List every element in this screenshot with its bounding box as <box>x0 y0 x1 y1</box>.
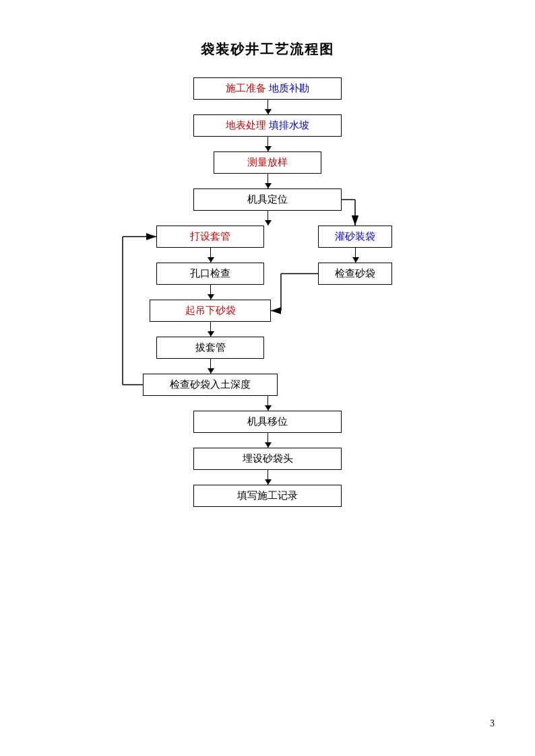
arrow7 <box>210 322 211 337</box>
arrow9 <box>268 396 268 411</box>
arrow10 <box>268 433 268 448</box>
arrow5l <box>210 248 211 263</box>
step10-box: 机具移位 <box>193 411 342 433</box>
branch-row: 打设套管 孔口检查 起吊下砂袋 拔套管 <box>54 226 481 396</box>
arrow4 <box>268 211 268 226</box>
step9-box: 检查砂袋入土深度 <box>143 374 278 396</box>
step2-box: 地表处理 填排水坡 <box>193 114 342 137</box>
branch-container: 打设套管 孔口检查 起吊下砂袋 拔套管 <box>54 211 481 507</box>
right-branch: 灌砂装袋 检查砂袋 <box>318 226 392 285</box>
flowchart: 施工准备 地质补勘 地表处理 填排水坡 测量放样 机具定位 <box>54 77 481 507</box>
page: 袋装砂井工艺流程图 施工准备 地质补勘 地表处理 填排水坡 测量放样 机具定位 <box>0 0 535 756</box>
step6-left-box: 孔口检查 <box>156 263 264 285</box>
step3-box: 测量放样 <box>214 151 321 174</box>
left-branch: 打设套管 孔口检查 起吊下砂袋 拔套管 <box>143 226 278 396</box>
arrow8 <box>210 359 211 374</box>
step12-box: 填写施工记录 <box>193 485 342 507</box>
arrow2 <box>268 137 268 151</box>
step11-box: 埋设砂袋头 <box>193 448 342 470</box>
arrow11 <box>268 470 268 485</box>
page-number: 3 <box>490 718 495 729</box>
step1-box: 施工准备 地质补勘 <box>193 77 342 100</box>
arrow1 <box>268 100 268 114</box>
step5-left-box: 打设套管 <box>156 226 264 248</box>
arrow3 <box>268 174 268 188</box>
step8-box: 拔套管 <box>156 337 264 359</box>
page-title: 袋装砂井工艺流程图 <box>54 40 481 59</box>
step6-right-box: 检查砂袋 <box>318 263 392 285</box>
step4-box: 机具定位 <box>193 188 342 211</box>
step5-right-box: 灌砂装袋 <box>318 226 392 248</box>
arrow5r <box>355 248 356 263</box>
step7-box: 起吊下砂袋 <box>150 300 271 322</box>
arrow6l <box>210 285 211 300</box>
